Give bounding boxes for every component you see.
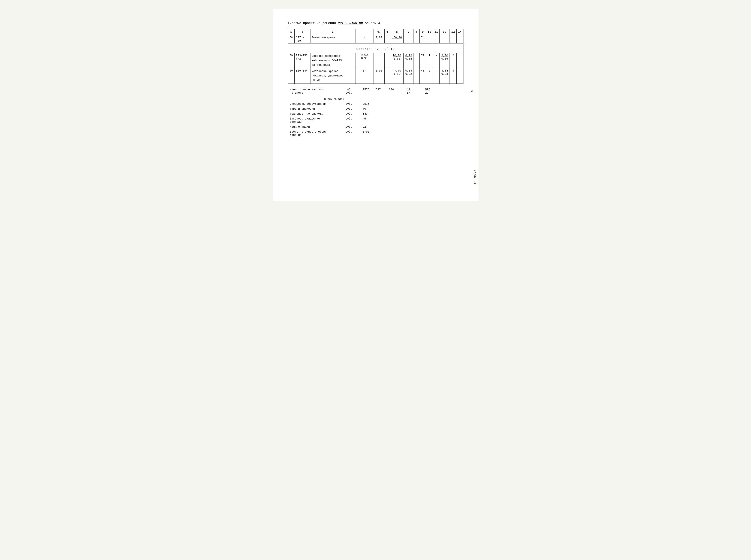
cell-row58-13 [450,35,457,43]
cell-row59-10: I [426,53,433,68]
cell-row60-7: 0,080,02 [404,68,414,83]
cell-row60-11: – [433,68,440,83]
title-docnum: 901-2-0169.90 [338,21,363,25]
cell-row59-5 [385,53,390,68]
cell-row58-12 [440,35,450,43]
col-header-9: 9 [419,29,426,35]
table-row: 58 СII1––59 Болты анкерные т 0,03 450,00… [288,35,463,43]
summary-equipment-value: 35I5 [363,102,369,105]
cell-row60-10: 2 [426,68,433,83]
cell-row59-8 [414,53,419,68]
summary-equipment-unit: руб. [346,102,359,105]
cell-row58-10 [426,35,433,43]
summary-transport-row: Транспортные расходы руб. I43 [290,112,463,116]
cell-row58-9: I4 [419,35,426,43]
table-row: 60 ЕI6–I84 Установка крановпожарных, диа… [288,68,463,83]
cell-row59-4a: 100м² 0,96 [355,53,373,68]
col-header-2: 2 [295,29,310,35]
cell-row60-4a: шт [355,68,373,83]
cell-row59-6: I0,30I,5I [390,53,404,68]
cell-row60-13: 3– [450,68,457,83]
col-header-13: I3 [450,29,457,35]
page-container: Типовые проектные решения 901-2-0169.90 … [273,8,479,201]
cell-row59-9: I0 [419,53,426,68]
summary-total-equip-row: Всего, стоимость обору-дования руб. 3796 [290,130,463,137]
side-label-bottom: 24732–04 [473,170,476,184]
col-header-8: 8 [414,29,419,35]
cell-row59-1: 59 [288,53,295,68]
summary-val13: 5I722 [425,88,430,95]
summary-val6: 35I5 [363,88,369,91]
cell-row58-3: Болты анкерные [310,35,355,43]
cell-row60-14 [456,68,463,83]
summary-komplekt-unit: руб. [346,125,359,128]
col-header-5: 5 [385,29,390,35]
col-header-7: 7 [404,29,414,35]
summary-zagotov-row: Заготов.–складскиерасходы руб. 46 [290,117,463,124]
summary-zagotov-unit: руб. [346,117,359,124]
summary-zagotov-label: Заготов.–складскиерасходы [290,117,346,124]
summary-itogo-unit: руб.руб. [346,88,359,95]
cell-row58-2: СII1––59 [295,35,310,43]
summary-itogo-label: Итого прямые затратыпо смете [290,88,346,95]
section-header-cell: Строительные работы [288,43,463,53]
cell-row58-6: 450,00 [390,35,404,43]
summary-transport-value: I43 [363,112,368,116]
summary-transport-unit: руб. [346,112,359,116]
col-header-4: 4. [373,29,385,35]
summary-itogo-row: Итого прямые затратыпо смете руб.руб. 35… [290,87,463,95]
cell-row58-1: 58 [288,35,295,43]
summary-tara-unit: руб. [346,107,359,111]
col-header-1: 1 [288,29,295,35]
main-table: 1 2 3 4. 5 6 7 8 9 I0 II I2 I3 I4 58 СII [288,29,463,84]
summary-tara-label: Тара и упаковка [290,107,346,111]
summary-komplekt-row: Комплектация руб. 22 [290,125,463,129]
cell-row58-5 [385,35,390,43]
cell-row59-11: – [433,53,440,68]
cell-row60-9: 48 [419,68,426,83]
cell-row60-5 [385,68,390,83]
cell-row59-3: Окраска поверхнос-тей эмалями ПФ–I33за д… [310,53,355,68]
summary-total-equip-label: Всего, стоимость обору-дования [290,130,346,137]
summary-tara-value: 70 [363,107,366,111]
summary-komplekt-value: 22 [363,125,366,128]
summary-val7: 52I4 [376,88,383,91]
page-title: Типовые проектные решения 901-2-0169.90 … [288,21,463,25]
summary-section: Итого прямые затратыпо смете руб.руб. 35… [288,87,463,137]
cell-row59-13: 2– [450,53,457,68]
subtotal-heading: В том числе: [324,97,463,101]
summary-val11: 43I7 [407,88,410,95]
summary-total-equip-unit: руб. [346,130,359,137]
cell-row58-14 [456,35,463,43]
cell-row58-4a: т [355,35,373,43]
summary-equipment-label: Стоимость оборудования [290,102,346,105]
cell-row60-3: Установка крановпожарных, диаметром50 мм [310,68,355,83]
cell-row58-11 [433,35,440,43]
cell-row60-8 [414,68,419,83]
col-header-4a [355,29,373,35]
summary-komplekt-label: Комплектация [290,125,346,128]
cell-row59-7: 0,I20,04 [404,53,414,68]
summary-total-equip-value: 3796 [363,130,369,137]
col-header-10: I0 [426,29,433,35]
title-suffix: Альбом 4 [365,21,380,25]
summary-equipment-row: Стоимость оборудования руб. 35I5 [290,102,463,106]
cell-row60-2: ЕI6–I84 [295,68,310,83]
table-header-row: 1 2 3 4. 5 6 7 8 9 I0 II I2 I3 I4 [288,29,463,35]
title-prefix: Типовые проектные решения [288,21,336,25]
summary-tara-row: Тара и упаковка руб. 70 [290,107,463,111]
section-header-row: Строительные работы [288,43,463,53]
summary-zagotov-value: 46 [363,117,366,124]
col-header-11: II [433,29,440,35]
cell-row58-4: 0,03 [373,35,385,43]
cell-row60-1: 60 [288,68,295,83]
cell-row59-12: 2,300,06 [440,53,450,68]
side-label-top: 44 [471,90,475,93]
cell-row60-4: I,00 [373,68,385,83]
cell-row59-4 [373,53,385,68]
cell-row59-14 [456,53,463,68]
cell-row58-7 [404,35,414,43]
cell-row60-12: 3,I40,03 [440,68,450,83]
cell-row60-6: 47,70I,80 [390,68,404,83]
col-header-6: 6 [390,29,404,35]
